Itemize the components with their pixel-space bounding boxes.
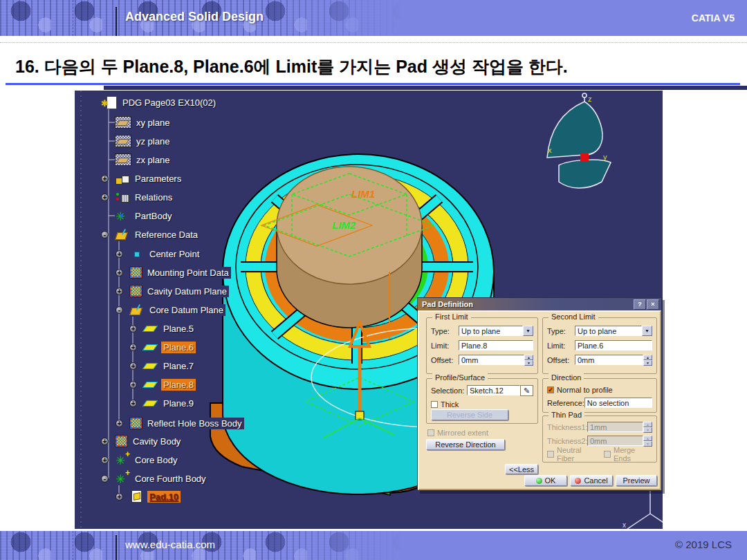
tree-item-parameters[interactable]: +Parameters xyxy=(101,171,183,185)
tree-item-core-fourth-body[interactable]: -Core Fourth Body xyxy=(101,472,208,485)
tree-item-label[interactable]: PDG Page03 EX10(02) xyxy=(120,97,218,109)
part-icon[interactable] xyxy=(102,96,118,109)
plane-icon[interactable] xyxy=(115,116,131,129)
tree-item-label[interactable]: Pad.10 xyxy=(147,491,181,503)
tree-item-label[interactable]: Reference Data xyxy=(133,229,200,241)
plane-icon[interactable] xyxy=(143,360,158,372)
expander-icon[interactable]: + xyxy=(101,438,109,445)
point-icon[interactable] xyxy=(129,248,145,260)
tree-item-label[interactable]: Parameters xyxy=(133,173,183,185)
expander-icon[interactable]: + xyxy=(101,175,109,183)
help-button[interactable]: ? xyxy=(634,299,646,310)
expander-icon[interactable]: + xyxy=(116,250,123,258)
tree-item-yz-plane[interactable]: yz plane xyxy=(101,134,172,148)
body-icon[interactable] xyxy=(115,435,128,447)
type-dropdown[interactable]: Up to plane xyxy=(575,326,642,336)
body-icon[interactable] xyxy=(129,417,142,429)
expander-icon[interactable]: - xyxy=(101,231,109,239)
expander-icon[interactable]: + xyxy=(129,325,137,333)
tree-item-reflect-hole-boss-body[interactable]: +Reflect Hole Boss Body xyxy=(116,416,244,430)
tree-item-mounting-point-data[interactable]: +Mounting Point Data xyxy=(116,265,231,279)
sketch-icon[interactable]: ✎ xyxy=(520,385,533,396)
pad-icon[interactable] xyxy=(129,490,145,503)
tree-item-partbody[interactable]: PartBody xyxy=(101,209,174,223)
offset-field[interactable]: 0mm xyxy=(575,355,643,365)
limit-field[interactable]: Plane.6 xyxy=(575,340,652,351)
tree-item-xy-plane[interactable]: xy plane xyxy=(101,115,172,129)
tree-item-label[interactable]: Mounting Point Data xyxy=(145,267,231,279)
tree-item-reference-data[interactable]: -Reference Data xyxy=(101,227,200,241)
tree-item-plane7[interactable]: +Plane.7 xyxy=(129,359,196,373)
thick-checkbox[interactable] xyxy=(431,401,438,408)
reference-field[interactable]: No selection xyxy=(584,398,652,408)
tree-item-label[interactable]: Core Body xyxy=(133,454,179,466)
tree-item-label[interactable]: Core Fourth Body xyxy=(133,473,208,485)
tree-item-label[interactable]: Reflect Hole Boss Body xyxy=(145,418,244,429)
tree-item-label[interactable]: Relations xyxy=(133,192,174,203)
tree-item-core-body[interactable]: +Core Body xyxy=(101,453,179,467)
tree-item-label[interactable]: zx plane xyxy=(134,154,172,166)
ok-button[interactable]: OK xyxy=(524,475,567,486)
normal-to-profile-checkbox[interactable]: ✓ xyxy=(547,386,554,393)
tree-item-plane8[interactable]: +Plane.8 xyxy=(129,377,196,391)
type-dropdown[interactable]: Up to plane xyxy=(459,326,523,336)
expander-icon[interactable]: + xyxy=(129,362,137,370)
compass[interactable]: z x y xyxy=(547,93,611,188)
chevron-down-icon[interactable]: ▼ xyxy=(642,326,652,336)
tree-item-label[interactable]: Plane.8 xyxy=(161,379,196,391)
plane-icon[interactable] xyxy=(143,341,158,353)
body-icon[interactable] xyxy=(129,266,142,279)
tree-item-plane6[interactable]: +Plane.6 xyxy=(129,340,196,354)
tree-item-zx-plane[interactable]: zx plane xyxy=(101,153,172,167)
expander-icon[interactable]: - xyxy=(101,475,109,483)
tree-item-plane9[interactable]: +Plane.9 xyxy=(129,396,196,410)
tree-item-label[interactable]: Center Point xyxy=(147,248,201,260)
tree-item-relations[interactable]: +Relations xyxy=(101,190,174,204)
tree-item-root[interactable]: PDG Page03 EX10(02) xyxy=(89,95,218,109)
selection-field[interactable]: Sketch.12 xyxy=(467,385,520,395)
tree-item-plane5[interactable]: +Plane.5 xyxy=(129,321,196,335)
tree-item-label[interactable]: Plane.5 xyxy=(161,323,196,335)
plane-icon[interactable] xyxy=(115,135,131,147)
tree-item-label[interactable]: xy plane xyxy=(134,117,172,129)
plane-icon[interactable] xyxy=(143,378,158,391)
expander-icon[interactable]: + xyxy=(116,420,123,427)
parameters-icon[interactable] xyxy=(115,172,130,185)
offset-stepper[interactable]: ▲▼ xyxy=(643,355,652,365)
cancel-button[interactable]: Cancel xyxy=(570,475,613,486)
tree-item-cavity-datum-plane[interactable]: +Cavity Datum Plane xyxy=(116,284,229,298)
tree-item-label[interactable]: Plane.7 xyxy=(161,360,196,372)
expander-icon[interactable]: - xyxy=(116,306,123,314)
relations-icon[interactable] xyxy=(115,191,130,203)
expander-icon[interactable]: + xyxy=(116,493,123,501)
expander-icon[interactable]: + xyxy=(129,381,137,389)
expander-icon[interactable]: + xyxy=(116,288,123,295)
tree-item-label[interactable]: Cavity Datum Plane xyxy=(145,286,229,297)
expander-icon[interactable]: + xyxy=(129,400,137,407)
body-plus-icon[interactable] xyxy=(115,454,130,466)
tree-item-label[interactable]: Cavity Body xyxy=(131,436,183,447)
dialog-titlebar[interactable]: Pad Definition ? × xyxy=(418,298,661,310)
expander-icon[interactable]: + xyxy=(116,269,123,277)
close-button[interactable]: × xyxy=(647,299,659,310)
tree-item-center-point[interactable]: +Center Point xyxy=(116,247,201,261)
reverse-direction-button[interactable]: Reverse Direction xyxy=(426,439,505,450)
tree-item-label[interactable]: Plane.9 xyxy=(161,398,196,409)
body-icon[interactable] xyxy=(129,285,142,297)
plane-icon[interactable] xyxy=(143,322,158,335)
open-body-icon[interactable] xyxy=(129,304,145,316)
open-body-icon[interactable] xyxy=(115,228,130,241)
body-plus-icon[interactable] xyxy=(115,472,130,485)
tree-item-label[interactable]: Core Datum Plane xyxy=(147,304,225,316)
limit-field[interactable]: Plane.8 xyxy=(459,340,533,351)
pad-definition-dialog[interactable]: Pad Definition ? × First Limit Type: Up … xyxy=(417,297,662,491)
less-button[interactable]: <<Less xyxy=(505,464,538,474)
tree-item-label[interactable]: PartBody xyxy=(133,210,174,222)
offset-field[interactable]: 0mm xyxy=(459,355,524,365)
tree-item-pad10[interactable]: +Pad.10 xyxy=(116,489,181,503)
chevron-down-icon[interactable]: ▼ xyxy=(523,326,533,336)
preview-button[interactable]: Preview xyxy=(616,475,657,486)
tree-item-cavity-body[interactable]: +Cavity Body xyxy=(101,434,183,448)
body-icon[interactable] xyxy=(115,209,130,222)
expander-icon[interactable]: + xyxy=(129,344,137,351)
